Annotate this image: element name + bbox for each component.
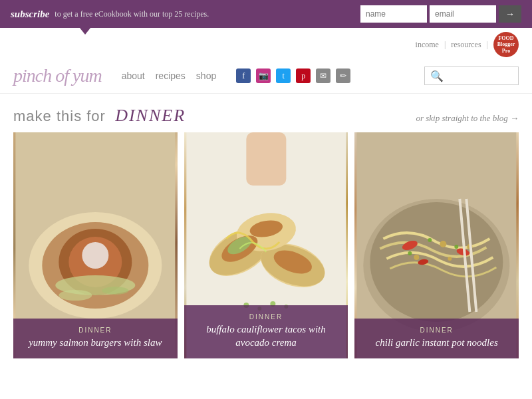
subscribe-text: to get a free eCookbook with our top 25 … (55, 9, 355, 19)
subscribe-bar: subscribe to get a free eCookbook with o… (0, 0, 532, 28)
nav-about[interactable]: about (122, 70, 145, 81)
svg-rect-10 (246, 132, 286, 186)
svg-point-34 (428, 238, 432, 242)
edit-icon[interactable]: ✏ (336, 68, 350, 83)
resources-link[interactable]: resources (451, 40, 481, 50)
svg-point-35 (455, 245, 459, 249)
svg-point-8 (102, 287, 128, 295)
subscribe-submit-button[interactable]: → (499, 5, 521, 23)
svg-point-33 (448, 257, 452, 261)
hero-section: make this for DINNER or skip straight to… (0, 94, 532, 132)
nav-links: about recipes shop (122, 70, 217, 81)
nav-recipes[interactable]: recipes (156, 70, 186, 81)
facebook-icon[interactable]: f (236, 68, 251, 83)
search-icon: 🔍 (430, 70, 444, 82)
email-input[interactable] (430, 5, 496, 23)
dinner-label: DINNER (115, 106, 186, 125)
hero-title: make this for DINNER (13, 106, 186, 126)
food-card-1[interactable]: DINNER yummy salmon burgers with slaw (13, 132, 178, 358)
food-card-3[interactable]: DINNER chili garlic instant pot noodles (354, 132, 519, 358)
card-3-category: DINNER (364, 327, 509, 334)
twitter-icon[interactable]: t (276, 68, 291, 83)
skip-link[interactable]: or skip straight to the blog → (416, 113, 519, 124)
svg-point-5 (82, 242, 108, 269)
divider: | (444, 40, 446, 50)
chevron-down-icon (80, 28, 90, 35)
nav-shop[interactable]: shop (196, 70, 216, 81)
search-box[interactable]: 🔍 (424, 66, 519, 85)
svg-point-36 (408, 251, 412, 255)
card-2-title: buffalo cauliflower tacos with avocado c… (194, 323, 339, 349)
subscribe-label: subscribe (11, 9, 49, 20)
svg-point-30 (440, 241, 447, 247)
svg-point-31 (414, 255, 420, 260)
logo-of: of (55, 65, 72, 86)
social-icons: f 📷 t p ✉ ✏ (236, 68, 350, 83)
income-link[interactable]: income (416, 40, 439, 50)
email-icon[interactable]: ✉ (316, 68, 331, 83)
pinterest-icon[interactable]: p (296, 68, 311, 83)
food-cards: DINNER yummy salmon burgers with slaw (0, 132, 532, 358)
card-3-overlay: DINNER chili garlic instant pot noodles (354, 319, 519, 359)
card-2-overlay: DINNER buffalo cauliflower tacos with av… (184, 305, 348, 358)
svg-point-7 (59, 290, 92, 301)
card-1-overlay: DINNER yummy salmon burgers with slaw (13, 319, 178, 359)
card-3-title: chili garlic instant pot noodles (364, 336, 509, 350)
name-input[interactable] (360, 5, 427, 23)
food-card-2[interactable]: DINNER buffalo cauliflower tacos with av… (184, 132, 348, 358)
make-label: make this for (13, 108, 106, 124)
search-input[interactable] (446, 71, 513, 81)
subscribe-inputs: → (360, 5, 521, 23)
logo-part1: pinch (13, 65, 51, 86)
divider2: | (487, 40, 488, 50)
card-1-category: DINNER (23, 327, 168, 334)
instagram-icon[interactable]: 📷 (256, 68, 271, 83)
blogger-badge[interactable]: FOODBloggerPro (493, 32, 519, 57)
card-1-title: yummy salmon burgers with slaw (23, 336, 168, 350)
card-2-category: DINNER (194, 313, 339, 321)
logo[interactable]: pinch of yum (13, 65, 102, 86)
logo-part3: yum (72, 65, 102, 86)
main-nav: pinch of yum about recipes shop f 📷 t p … (0, 59, 532, 94)
